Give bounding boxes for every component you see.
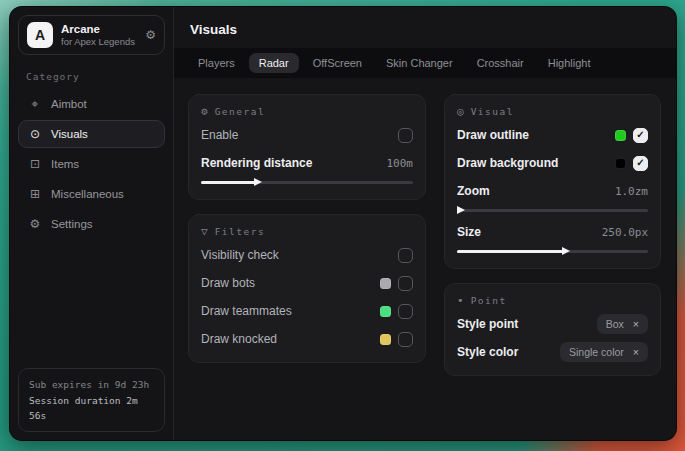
rendering-distance-slider[interactable] — [201, 177, 413, 187]
check-icon: ✓ — [636, 130, 644, 140]
close-icon[interactable]: × — [633, 319, 639, 330]
zoom-value: 1.0zm — [615, 185, 648, 198]
draw-background-color-swatch[interactable] — [615, 158, 626, 169]
panel-point: • Point Style point Box × Style color S — [444, 283, 661, 376]
sidebar-item-aimbot[interactable]: ⌖ Aimbot — [18, 90, 165, 118]
app-logo: A — [27, 22, 53, 48]
draw-outline-color-swatch[interactable] — [615, 130, 626, 141]
panel-filters: ▽ Filters Visibility check Draw bots — [188, 214, 426, 363]
panel-visual: ◎ Visual Draw outline ✓ Draw background — [444, 94, 661, 269]
style-color-select[interactable]: Single color × — [560, 342, 648, 362]
panel-general: ⚙ General Enable Rendering distance 100m — [188, 94, 426, 200]
tab-highlight[interactable]: Highlight — [538, 53, 601, 73]
category-label: Category — [26, 71, 159, 82]
panel-title: Filters — [215, 226, 266, 237]
slider-thumb[interactable] — [254, 178, 262, 186]
tab-radar[interactable]: Radar — [249, 53, 299, 73]
draw-bots-checkbox[interactable] — [398, 276, 413, 291]
crosshair-icon: ⌖ — [28, 97, 42, 111]
size-slider[interactable] — [457, 246, 648, 256]
slider-thumb[interactable] — [457, 206, 465, 214]
dot-icon: • — [457, 294, 464, 307]
style-color-label: Style color — [457, 345, 518, 359]
app-window: A Arcane for Apex Legends ⚙ Category ⌖ A… — [9, 6, 677, 441]
sidebar-item-label: Miscellaneous — [51, 188, 124, 200]
draw-knocked-checkbox[interactable] — [398, 332, 413, 347]
size-label: Size — [457, 225, 481, 239]
tab-offscreen[interactable]: OffScreen — [303, 53, 372, 73]
panel-title: Visual — [471, 106, 514, 117]
box-icon: ⊡ — [28, 157, 42, 171]
tab-crosshair[interactable]: Crosshair — [467, 53, 534, 73]
draw-outline-label: Draw outline — [457, 128, 529, 142]
app-name: Arcane — [61, 22, 137, 36]
sidebar-item-miscellaneous[interactable]: ⊞ Miscellaneous — [18, 180, 165, 208]
sidebar-item-label: Settings — [51, 218, 93, 230]
draw-knocked-color-swatch[interactable] — [380, 334, 391, 345]
subscription-info-card: Sub expires in 9d 23h Session duration 2… — [18, 368, 165, 432]
slider-thumb[interactable] — [562, 247, 570, 255]
settings-icon[interactable]: ⚙ — [145, 28, 156, 42]
tab-bar: Players Radar OffScreen Skin Changer Cro… — [174, 48, 676, 78]
page-title: Visuals — [190, 22, 660, 37]
zoom-slider[interactable] — [457, 205, 648, 215]
eye-icon: ◎ — [457, 105, 464, 118]
sidebar-item-items[interactable]: ⊡ Items — [18, 150, 165, 178]
visibility-check-label: Visibility check — [201, 248, 279, 262]
enable-label: Enable — [201, 128, 238, 142]
main-area: Visuals Players Radar OffScreen Skin Cha… — [174, 7, 676, 440]
tab-skin-changer[interactable]: Skin Changer — [376, 53, 463, 73]
draw-bots-label: Draw bots — [201, 276, 255, 290]
eye-scan-icon: ⊙ — [28, 127, 42, 141]
app-subtitle: for Apex Legends — [61, 36, 137, 48]
app-header-card: A Arcane for Apex Legends ⚙ — [18, 15, 165, 55]
style-point-select[interactable]: Box × — [597, 314, 648, 334]
draw-background-checkbox[interactable]: ✓ — [633, 156, 648, 171]
check-icon: ✓ — [636, 158, 644, 168]
draw-background-label: Draw background — [457, 156, 558, 170]
sidebar-item-label: Aimbot — [51, 98, 87, 110]
panel-title: Point — [471, 295, 507, 306]
sidebar-item-visuals[interactable]: ⊙ Visuals — [18, 120, 165, 148]
sidebar: A Arcane for Apex Legends ⚙ Category ⌖ A… — [10, 7, 174, 440]
close-icon[interactable]: × — [633, 347, 639, 358]
panel-title: General — [215, 106, 266, 117]
style-color-value: Single color — [569, 346, 624, 358]
sub-expiry-text: Sub expires in 9d 23h — [29, 377, 154, 392]
sidebar-nav: ⌖ Aimbot ⊙ Visuals ⊡ Items ⊞ Miscellaneo… — [18, 90, 165, 238]
funnel-icon: ▽ — [201, 225, 208, 238]
enable-checkbox[interactable] — [398, 128, 413, 143]
sidebar-item-label: Visuals — [51, 128, 88, 140]
draw-outline-checkbox[interactable]: ✓ — [633, 128, 648, 143]
sidebar-item-label: Items — [51, 158, 79, 170]
style-point-label: Style point — [457, 317, 518, 331]
style-point-value: Box — [606, 318, 624, 330]
sidebar-item-settings[interactable]: ⚙ Settings — [18, 210, 165, 238]
rendering-distance-value: 100m — [387, 157, 414, 170]
gear-icon: ⚙ — [28, 217, 42, 231]
draw-teammates-label: Draw teammates — [201, 304, 292, 318]
tab-players[interactable]: Players — [188, 53, 245, 73]
visibility-check-checkbox[interactable] — [398, 248, 413, 263]
draw-teammates-color-swatch[interactable] — [380, 306, 391, 317]
session-duration-text: Session duration 2m 56s — [29, 393, 154, 423]
grid-icon: ⊞ — [28, 187, 42, 201]
draw-teammates-checkbox[interactable] — [398, 304, 413, 319]
gear-icon: ⚙ — [201, 105, 208, 118]
rendering-distance-label: Rendering distance — [201, 156, 312, 170]
size-value: 250.0px — [602, 226, 648, 239]
draw-bots-color-swatch[interactable] — [380, 278, 391, 289]
zoom-label: Zoom — [457, 184, 490, 198]
draw-knocked-label: Draw knocked — [201, 332, 277, 346]
